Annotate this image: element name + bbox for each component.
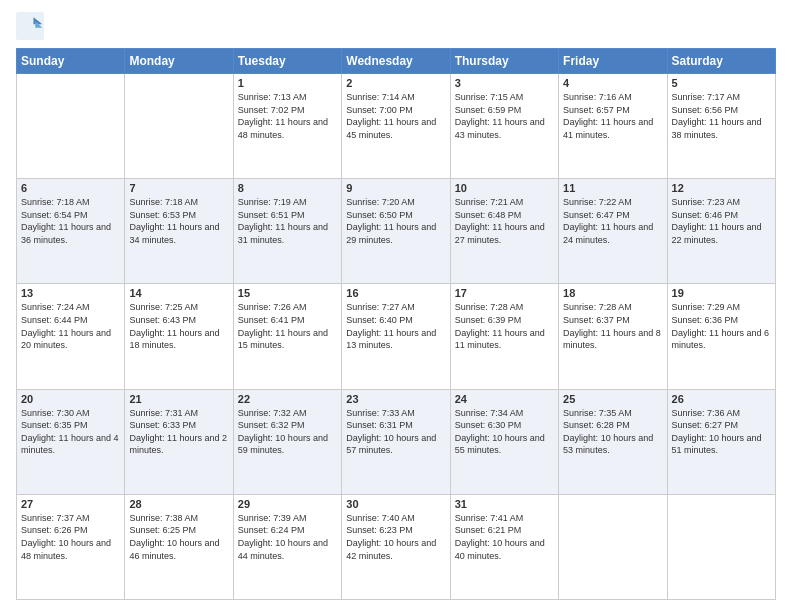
day-number: 24 bbox=[455, 393, 554, 405]
day-info: Sunrise: 7:13 AM Sunset: 7:02 PM Dayligh… bbox=[238, 91, 337, 141]
day-number: 22 bbox=[238, 393, 337, 405]
calendar-week-row: 20Sunrise: 7:30 AM Sunset: 6:35 PM Dayli… bbox=[17, 389, 776, 494]
calendar-cell: 31Sunrise: 7:41 AM Sunset: 6:21 PM Dayli… bbox=[450, 494, 558, 599]
calendar-cell: 4Sunrise: 7:16 AM Sunset: 6:57 PM Daylig… bbox=[559, 74, 667, 179]
day-number: 16 bbox=[346, 287, 445, 299]
calendar-cell bbox=[125, 74, 233, 179]
calendar-cell: 8Sunrise: 7:19 AM Sunset: 6:51 PM Daylig… bbox=[233, 179, 341, 284]
day-info: Sunrise: 7:23 AM Sunset: 6:46 PM Dayligh… bbox=[672, 196, 771, 246]
day-number: 29 bbox=[238, 498, 337, 510]
day-info: Sunrise: 7:26 AM Sunset: 6:41 PM Dayligh… bbox=[238, 301, 337, 351]
weekday-header: Monday bbox=[125, 49, 233, 74]
calendar-week-row: 27Sunrise: 7:37 AM Sunset: 6:26 PM Dayli… bbox=[17, 494, 776, 599]
day-number: 7 bbox=[129, 182, 228, 194]
weekday-header: Thursday bbox=[450, 49, 558, 74]
day-info: Sunrise: 7:28 AM Sunset: 6:39 PM Dayligh… bbox=[455, 301, 554, 351]
day-number: 4 bbox=[563, 77, 662, 89]
calendar-cell: 20Sunrise: 7:30 AM Sunset: 6:35 PM Dayli… bbox=[17, 389, 125, 494]
calendar-cell: 16Sunrise: 7:27 AM Sunset: 6:40 PM Dayli… bbox=[342, 284, 450, 389]
day-number: 30 bbox=[346, 498, 445, 510]
calendar-cell: 12Sunrise: 7:23 AM Sunset: 6:46 PM Dayli… bbox=[667, 179, 775, 284]
calendar-cell: 10Sunrise: 7:21 AM Sunset: 6:48 PM Dayli… bbox=[450, 179, 558, 284]
day-info: Sunrise: 7:35 AM Sunset: 6:28 PM Dayligh… bbox=[563, 407, 662, 457]
weekday-header: Wednesday bbox=[342, 49, 450, 74]
day-info: Sunrise: 7:41 AM Sunset: 6:21 PM Dayligh… bbox=[455, 512, 554, 562]
header bbox=[16, 12, 776, 40]
calendar-cell: 25Sunrise: 7:35 AM Sunset: 6:28 PM Dayli… bbox=[559, 389, 667, 494]
day-info: Sunrise: 7:25 AM Sunset: 6:43 PM Dayligh… bbox=[129, 301, 228, 351]
weekday-header: Sunday bbox=[17, 49, 125, 74]
day-number: 21 bbox=[129, 393, 228, 405]
calendar-cell bbox=[559, 494, 667, 599]
day-number: 26 bbox=[672, 393, 771, 405]
calendar-cell: 2Sunrise: 7:14 AM Sunset: 7:00 PM Daylig… bbox=[342, 74, 450, 179]
weekday-header: Friday bbox=[559, 49, 667, 74]
calendar-cell: 18Sunrise: 7:28 AM Sunset: 6:37 PM Dayli… bbox=[559, 284, 667, 389]
day-info: Sunrise: 7:37 AM Sunset: 6:26 PM Dayligh… bbox=[21, 512, 120, 562]
day-info: Sunrise: 7:22 AM Sunset: 6:47 PM Dayligh… bbox=[563, 196, 662, 246]
calendar-cell: 21Sunrise: 7:31 AM Sunset: 6:33 PM Dayli… bbox=[125, 389, 233, 494]
day-number: 3 bbox=[455, 77, 554, 89]
calendar-cell: 5Sunrise: 7:17 AM Sunset: 6:56 PM Daylig… bbox=[667, 74, 775, 179]
weekday-header: Tuesday bbox=[233, 49, 341, 74]
calendar-cell: 30Sunrise: 7:40 AM Sunset: 6:23 PM Dayli… bbox=[342, 494, 450, 599]
day-number: 31 bbox=[455, 498, 554, 510]
logo-icon bbox=[16, 12, 44, 40]
day-number: 1 bbox=[238, 77, 337, 89]
day-info: Sunrise: 7:34 AM Sunset: 6:30 PM Dayligh… bbox=[455, 407, 554, 457]
day-number: 28 bbox=[129, 498, 228, 510]
day-number: 8 bbox=[238, 182, 337, 194]
calendar-cell: 28Sunrise: 7:38 AM Sunset: 6:25 PM Dayli… bbox=[125, 494, 233, 599]
day-info: Sunrise: 7:18 AM Sunset: 6:53 PM Dayligh… bbox=[129, 196, 228, 246]
calendar-cell: 11Sunrise: 7:22 AM Sunset: 6:47 PM Dayli… bbox=[559, 179, 667, 284]
calendar-cell bbox=[17, 74, 125, 179]
day-number: 25 bbox=[563, 393, 662, 405]
calendar-cell: 1Sunrise: 7:13 AM Sunset: 7:02 PM Daylig… bbox=[233, 74, 341, 179]
calendar-cell bbox=[667, 494, 775, 599]
day-number: 23 bbox=[346, 393, 445, 405]
day-info: Sunrise: 7:19 AM Sunset: 6:51 PM Dayligh… bbox=[238, 196, 337, 246]
day-info: Sunrise: 7:16 AM Sunset: 6:57 PM Dayligh… bbox=[563, 91, 662, 141]
day-number: 20 bbox=[21, 393, 120, 405]
calendar-cell: 26Sunrise: 7:36 AM Sunset: 6:27 PM Dayli… bbox=[667, 389, 775, 494]
day-info: Sunrise: 7:17 AM Sunset: 6:56 PM Dayligh… bbox=[672, 91, 771, 141]
day-number: 6 bbox=[21, 182, 120, 194]
calendar-cell: 22Sunrise: 7:32 AM Sunset: 6:32 PM Dayli… bbox=[233, 389, 341, 494]
day-number: 12 bbox=[672, 182, 771, 194]
calendar-table: SundayMondayTuesdayWednesdayThursdayFrid… bbox=[16, 48, 776, 600]
day-info: Sunrise: 7:38 AM Sunset: 6:25 PM Dayligh… bbox=[129, 512, 228, 562]
page: SundayMondayTuesdayWednesdayThursdayFrid… bbox=[0, 0, 792, 612]
day-number: 18 bbox=[563, 287, 662, 299]
logo bbox=[16, 12, 48, 40]
day-number: 9 bbox=[346, 182, 445, 194]
day-info: Sunrise: 7:29 AM Sunset: 6:36 PM Dayligh… bbox=[672, 301, 771, 351]
day-number: 13 bbox=[21, 287, 120, 299]
day-info: Sunrise: 7:40 AM Sunset: 6:23 PM Dayligh… bbox=[346, 512, 445, 562]
calendar-week-row: 1Sunrise: 7:13 AM Sunset: 7:02 PM Daylig… bbox=[17, 74, 776, 179]
day-number: 5 bbox=[672, 77, 771, 89]
calendar-cell: 27Sunrise: 7:37 AM Sunset: 6:26 PM Dayli… bbox=[17, 494, 125, 599]
day-info: Sunrise: 7:21 AM Sunset: 6:48 PM Dayligh… bbox=[455, 196, 554, 246]
day-info: Sunrise: 7:20 AM Sunset: 6:50 PM Dayligh… bbox=[346, 196, 445, 246]
calendar-cell: 13Sunrise: 7:24 AM Sunset: 6:44 PM Dayli… bbox=[17, 284, 125, 389]
calendar-cell: 9Sunrise: 7:20 AM Sunset: 6:50 PM Daylig… bbox=[342, 179, 450, 284]
day-info: Sunrise: 7:39 AM Sunset: 6:24 PM Dayligh… bbox=[238, 512, 337, 562]
calendar-cell: 24Sunrise: 7:34 AM Sunset: 6:30 PM Dayli… bbox=[450, 389, 558, 494]
calendar-cell: 15Sunrise: 7:26 AM Sunset: 6:41 PM Dayli… bbox=[233, 284, 341, 389]
calendar-header-row: SundayMondayTuesdayWednesdayThursdayFrid… bbox=[17, 49, 776, 74]
calendar-cell: 23Sunrise: 7:33 AM Sunset: 6:31 PM Dayli… bbox=[342, 389, 450, 494]
day-number: 2 bbox=[346, 77, 445, 89]
calendar-week-row: 6Sunrise: 7:18 AM Sunset: 6:54 PM Daylig… bbox=[17, 179, 776, 284]
calendar-cell: 19Sunrise: 7:29 AM Sunset: 6:36 PM Dayli… bbox=[667, 284, 775, 389]
day-info: Sunrise: 7:31 AM Sunset: 6:33 PM Dayligh… bbox=[129, 407, 228, 457]
day-number: 10 bbox=[455, 182, 554, 194]
day-info: Sunrise: 7:24 AM Sunset: 6:44 PM Dayligh… bbox=[21, 301, 120, 351]
day-number: 15 bbox=[238, 287, 337, 299]
day-info: Sunrise: 7:14 AM Sunset: 7:00 PM Dayligh… bbox=[346, 91, 445, 141]
day-number: 27 bbox=[21, 498, 120, 510]
day-info: Sunrise: 7:36 AM Sunset: 6:27 PM Dayligh… bbox=[672, 407, 771, 457]
calendar-cell: 29Sunrise: 7:39 AM Sunset: 6:24 PM Dayli… bbox=[233, 494, 341, 599]
day-info: Sunrise: 7:28 AM Sunset: 6:37 PM Dayligh… bbox=[563, 301, 662, 351]
calendar-cell: 3Sunrise: 7:15 AM Sunset: 6:59 PM Daylig… bbox=[450, 74, 558, 179]
day-number: 19 bbox=[672, 287, 771, 299]
